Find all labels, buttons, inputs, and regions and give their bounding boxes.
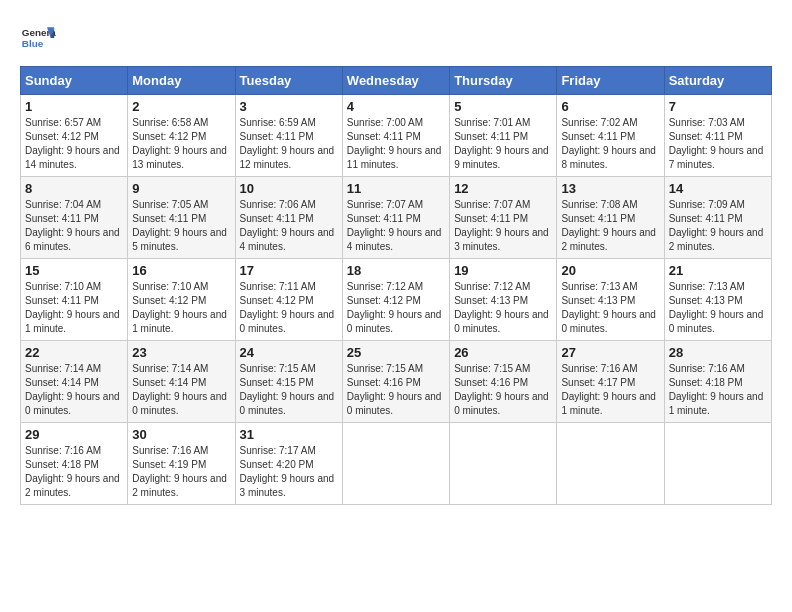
weekday-header-saturday: Saturday <box>664 67 771 95</box>
calendar-cell: 8 Sunrise: 7:04 AM Sunset: 4:11 PM Dayli… <box>21 177 128 259</box>
calendar-cell: 3 Sunrise: 6:59 AM Sunset: 4:11 PM Dayli… <box>235 95 342 177</box>
day-number: 22 <box>25 345 123 360</box>
calendar-cell: 25 Sunrise: 7:15 AM Sunset: 4:16 PM Dayl… <box>342 341 449 423</box>
day-info: Sunrise: 7:14 AM Sunset: 4:14 PM Dayligh… <box>25 362 123 418</box>
day-info: Sunrise: 7:15 AM Sunset: 4:15 PM Dayligh… <box>240 362 338 418</box>
calendar-cell <box>450 423 557 505</box>
svg-text:Blue: Blue <box>22 38 44 49</box>
week-row-2: 8 Sunrise: 7:04 AM Sunset: 4:11 PM Dayli… <box>21 177 772 259</box>
calendar-cell <box>664 423 771 505</box>
calendar-cell: 12 Sunrise: 7:07 AM Sunset: 4:11 PM Dayl… <box>450 177 557 259</box>
day-number: 2 <box>132 99 230 114</box>
day-info: Sunrise: 7:16 AM Sunset: 4:18 PM Dayligh… <box>669 362 767 418</box>
calendar-cell: 16 Sunrise: 7:10 AM Sunset: 4:12 PM Dayl… <box>128 259 235 341</box>
calendar-cell: 19 Sunrise: 7:12 AM Sunset: 4:13 PM Dayl… <box>450 259 557 341</box>
week-row-1: 1 Sunrise: 6:57 AM Sunset: 4:12 PM Dayli… <box>21 95 772 177</box>
calendar-cell: 13 Sunrise: 7:08 AM Sunset: 4:11 PM Dayl… <box>557 177 664 259</box>
week-row-4: 22 Sunrise: 7:14 AM Sunset: 4:14 PM Dayl… <box>21 341 772 423</box>
day-number: 28 <box>669 345 767 360</box>
calendar-cell: 11 Sunrise: 7:07 AM Sunset: 4:11 PM Dayl… <box>342 177 449 259</box>
day-info: Sunrise: 7:04 AM Sunset: 4:11 PM Dayligh… <box>25 198 123 254</box>
calendar-cell: 24 Sunrise: 7:15 AM Sunset: 4:15 PM Dayl… <box>235 341 342 423</box>
day-info: Sunrise: 7:07 AM Sunset: 4:11 PM Dayligh… <box>454 198 552 254</box>
calendar-cell: 27 Sunrise: 7:16 AM Sunset: 4:17 PM Dayl… <box>557 341 664 423</box>
weekday-header-monday: Monday <box>128 67 235 95</box>
calendar-cell: 10 Sunrise: 7:06 AM Sunset: 4:11 PM Dayl… <box>235 177 342 259</box>
weekday-header-friday: Friday <box>557 67 664 95</box>
day-number: 30 <box>132 427 230 442</box>
day-number: 26 <box>454 345 552 360</box>
day-info: Sunrise: 7:01 AM Sunset: 4:11 PM Dayligh… <box>454 116 552 172</box>
calendar-cell: 4 Sunrise: 7:00 AM Sunset: 4:11 PM Dayli… <box>342 95 449 177</box>
day-info: Sunrise: 7:05 AM Sunset: 4:11 PM Dayligh… <box>132 198 230 254</box>
day-number: 7 <box>669 99 767 114</box>
day-info: Sunrise: 7:13 AM Sunset: 4:13 PM Dayligh… <box>669 280 767 336</box>
day-number: 23 <box>132 345 230 360</box>
day-number: 25 <box>347 345 445 360</box>
weekday-header-tuesday: Tuesday <box>235 67 342 95</box>
day-info: Sunrise: 7:07 AM Sunset: 4:11 PM Dayligh… <box>347 198 445 254</box>
logo: General Blue <box>20 20 56 56</box>
weekday-header-thursday: Thursday <box>450 67 557 95</box>
weekday-header-sunday: Sunday <box>21 67 128 95</box>
day-info: Sunrise: 7:03 AM Sunset: 4:11 PM Dayligh… <box>669 116 767 172</box>
calendar-cell: 30 Sunrise: 7:16 AM Sunset: 4:19 PM Dayl… <box>128 423 235 505</box>
day-number: 16 <box>132 263 230 278</box>
calendar-cell: 26 Sunrise: 7:15 AM Sunset: 4:16 PM Dayl… <box>450 341 557 423</box>
day-info: Sunrise: 6:57 AM Sunset: 4:12 PM Dayligh… <box>25 116 123 172</box>
day-number: 12 <box>454 181 552 196</box>
day-number: 9 <box>132 181 230 196</box>
calendar-cell: 6 Sunrise: 7:02 AM Sunset: 4:11 PM Dayli… <box>557 95 664 177</box>
calendar-cell: 22 Sunrise: 7:14 AM Sunset: 4:14 PM Dayl… <box>21 341 128 423</box>
calendar-cell: 31 Sunrise: 7:17 AM Sunset: 4:20 PM Dayl… <box>235 423 342 505</box>
calendar-cell: 29 Sunrise: 7:16 AM Sunset: 4:18 PM Dayl… <box>21 423 128 505</box>
header: General Blue <box>20 20 772 56</box>
day-info: Sunrise: 7:10 AM Sunset: 4:12 PM Dayligh… <box>132 280 230 336</box>
day-number: 19 <box>454 263 552 278</box>
calendar-cell: 2 Sunrise: 6:58 AM Sunset: 4:12 PM Dayli… <box>128 95 235 177</box>
week-row-5: 29 Sunrise: 7:16 AM Sunset: 4:18 PM Dayl… <box>21 423 772 505</box>
week-row-3: 15 Sunrise: 7:10 AM Sunset: 4:11 PM Dayl… <box>21 259 772 341</box>
calendar-cell <box>557 423 664 505</box>
day-info: Sunrise: 7:14 AM Sunset: 4:14 PM Dayligh… <box>132 362 230 418</box>
calendar-cell: 15 Sunrise: 7:10 AM Sunset: 4:11 PM Dayl… <box>21 259 128 341</box>
day-number: 13 <box>561 181 659 196</box>
day-info: Sunrise: 7:11 AM Sunset: 4:12 PM Dayligh… <box>240 280 338 336</box>
calendar-cell: 1 Sunrise: 6:57 AM Sunset: 4:12 PM Dayli… <box>21 95 128 177</box>
calendar-cell <box>342 423 449 505</box>
day-info: Sunrise: 7:02 AM Sunset: 4:11 PM Dayligh… <box>561 116 659 172</box>
calendar-cell: 7 Sunrise: 7:03 AM Sunset: 4:11 PM Dayli… <box>664 95 771 177</box>
day-number: 21 <box>669 263 767 278</box>
day-info: Sunrise: 7:15 AM Sunset: 4:16 PM Dayligh… <box>454 362 552 418</box>
day-info: Sunrise: 7:16 AM Sunset: 4:19 PM Dayligh… <box>132 444 230 500</box>
day-number: 1 <box>25 99 123 114</box>
day-number: 24 <box>240 345 338 360</box>
day-info: Sunrise: 7:13 AM Sunset: 4:13 PM Dayligh… <box>561 280 659 336</box>
logo-icon: General Blue <box>20 20 56 56</box>
day-number: 11 <box>347 181 445 196</box>
calendar-cell: 9 Sunrise: 7:05 AM Sunset: 4:11 PM Dayli… <box>128 177 235 259</box>
day-info: Sunrise: 7:00 AM Sunset: 4:11 PM Dayligh… <box>347 116 445 172</box>
day-info: Sunrise: 7:12 AM Sunset: 4:12 PM Dayligh… <box>347 280 445 336</box>
calendar-cell: 14 Sunrise: 7:09 AM Sunset: 4:11 PM Dayl… <box>664 177 771 259</box>
weekday-header-wednesday: Wednesday <box>342 67 449 95</box>
day-number: 8 <box>25 181 123 196</box>
day-number: 18 <box>347 263 445 278</box>
calendar-cell: 5 Sunrise: 7:01 AM Sunset: 4:11 PM Dayli… <box>450 95 557 177</box>
day-info: Sunrise: 7:10 AM Sunset: 4:11 PM Dayligh… <box>25 280 123 336</box>
day-number: 20 <box>561 263 659 278</box>
day-number: 15 <box>25 263 123 278</box>
day-info: Sunrise: 7:16 AM Sunset: 4:18 PM Dayligh… <box>25 444 123 500</box>
day-number: 6 <box>561 99 659 114</box>
day-info: Sunrise: 7:08 AM Sunset: 4:11 PM Dayligh… <box>561 198 659 254</box>
calendar-cell: 18 Sunrise: 7:12 AM Sunset: 4:12 PM Dayl… <box>342 259 449 341</box>
day-info: Sunrise: 6:58 AM Sunset: 4:12 PM Dayligh… <box>132 116 230 172</box>
calendar-header: SundayMondayTuesdayWednesdayThursdayFrid… <box>21 67 772 95</box>
day-number: 10 <box>240 181 338 196</box>
day-number: 14 <box>669 181 767 196</box>
day-info: Sunrise: 7:17 AM Sunset: 4:20 PM Dayligh… <box>240 444 338 500</box>
day-number: 17 <box>240 263 338 278</box>
day-info: Sunrise: 7:12 AM Sunset: 4:13 PM Dayligh… <box>454 280 552 336</box>
day-number: 31 <box>240 427 338 442</box>
calendar-cell: 20 Sunrise: 7:13 AM Sunset: 4:13 PM Dayl… <box>557 259 664 341</box>
